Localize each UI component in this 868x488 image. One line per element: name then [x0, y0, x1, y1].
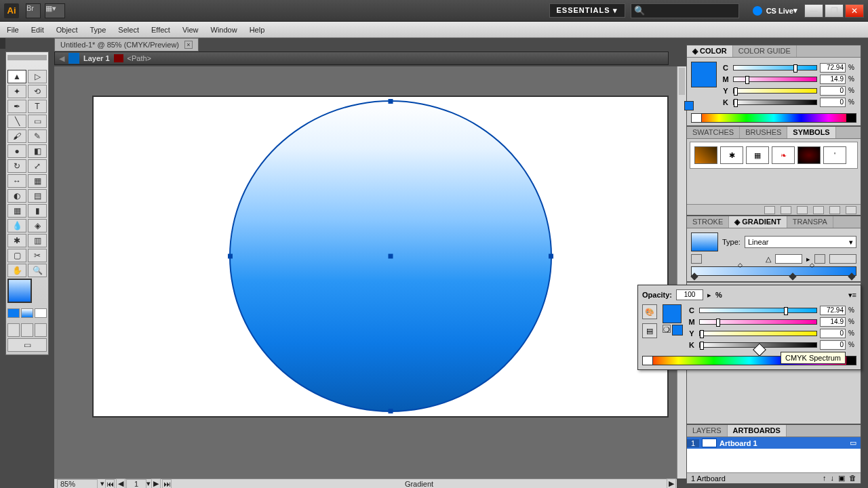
zoom-tool[interactable]: 🔍 [28, 264, 47, 277]
tab-stroke[interactable]: STROKE [687, 216, 729, 228]
menu-effect[interactable]: Effect [151, 26, 170, 34]
draw-behind[interactable] [21, 323, 33, 337]
gradient-preview[interactable] [691, 232, 718, 251]
symbol-delete-button[interactable] [846, 206, 856, 214]
artboard-tool[interactable]: ▢ [7, 249, 26, 262]
cs-live-button[interactable]: CS Live ▾ [753, 6, 797, 16]
gradient-stop-3[interactable] [848, 272, 856, 280]
layer-name[interactable]: Layer 1 [83, 54, 110, 62]
symbol-fox[interactable]: ❧ [772, 146, 795, 164]
color-mode-gradient[interactable] [21, 308, 33, 318]
tab-transparency[interactable]: TRANSPA [787, 216, 833, 228]
ellipse-path[interactable] [229, 100, 552, 412]
c-slider[interactable] [733, 65, 817, 70]
minimize-button[interactable]: — [804, 4, 823, 18]
eyedropper-tool[interactable]: 💧 [7, 219, 26, 232]
path-label[interactable]: <Path> [127, 54, 151, 62]
menu-window[interactable]: Window [211, 26, 237, 34]
artboard-row[interactable]: 1 Artboard 1 ▭ [687, 437, 861, 449]
blend-tool[interactable]: ◈ [28, 219, 47, 232]
color-model-button[interactable]: 🎨 [642, 304, 657, 319]
anchor-left[interactable] [228, 254, 233, 259]
popout-menu-icon[interactable]: ▾≡ [848, 291, 856, 300]
bridge-button[interactable]: Br [26, 3, 41, 18]
k-field[interactable]: 0 [820, 98, 846, 107]
gradient-stop-2[interactable] [789, 272, 797, 280]
paintbrush-tool[interactable]: 🖌 [7, 129, 26, 143]
popout-k-field[interactable]: 0 [820, 340, 846, 350]
menu-help[interactable]: Help [250, 26, 265, 34]
canvas-area[interactable] [54, 66, 677, 479]
m-field[interactable]: 14.9 [820, 75, 846, 84]
anchor-center[interactable] [389, 254, 393, 259]
artboard-delete-button[interactable]: 🗑 [849, 474, 856, 483]
artboard-orient-icon[interactable]: ▭ [850, 439, 861, 447]
rectangle-tool[interactable]: ▭ [28, 115, 47, 128]
next-page-button[interactable]: ▶ [151, 479, 161, 488]
k-slider[interactable] [733, 100, 817, 105]
tools-grip-icon[interactable] [7, 55, 47, 60]
stroke-swatch[interactable] [684, 101, 694, 110]
draw-inside[interactable] [35, 323, 47, 337]
prev-page-button[interactable]: ◀ [116, 479, 125, 488]
document-tab[interactable]: Untitled-1* @ 85% (CMYK/Preview) × [54, 38, 199, 52]
shape-builder-tool[interactable]: ◐ [7, 189, 26, 203]
y-slider[interactable] [733, 88, 817, 94]
mesh-tool[interactable]: ▦ [7, 204, 26, 218]
workspace-switcher[interactable]: ESSENTIALS ▾ [549, 3, 625, 18]
popout-mode-icon[interactable]: ❍ [663, 325, 671, 333]
opacity-stepper-icon[interactable]: ▸ [707, 291, 711, 300]
tab-symbols[interactable]: SYMBOLS [787, 127, 835, 138]
popout-c-slider[interactable] [699, 308, 817, 313]
fill-swatch[interactable] [691, 62, 717, 87]
symbol-break-button[interactable] [797, 206, 808, 214]
c-field[interactable]: 72.94 [820, 63, 846, 73]
m-slider[interactable] [733, 77, 817, 82]
gradient-stop-1[interactable] [690, 272, 698, 280]
popout-c-field[interactable]: 72.94 [820, 306, 846, 315]
color-mode-fill[interactable] [7, 308, 20, 318]
popout-m-slider[interactable] [699, 319, 817, 325]
menu-file[interactable]: File [7, 26, 19, 34]
vertical-scrollbar[interactable] [677, 66, 686, 479]
pen-tool[interactable]: ✒ [7, 100, 26, 113]
gradient-type-select[interactable]: Linear▾ [745, 236, 856, 248]
tab-gradient[interactable]: ◈ GRADIENT [729, 216, 787, 228]
nav-back-icon[interactable]: ◀ [59, 54, 64, 63]
anchor-right[interactable] [549, 254, 553, 259]
aspect-button[interactable] [814, 254, 825, 264]
lasso-tool[interactable]: ⟲ [28, 85, 47, 98]
tab-artboards[interactable]: ARTBOARDS [728, 425, 787, 436]
zoom-dropdown-icon[interactable]: ▾ [100, 479, 104, 488]
reverse-gradient-button[interactable] [691, 254, 702, 264]
popout-y-field[interactable]: 0 [820, 329, 846, 338]
fill-stroke-swatch[interactable] [7, 279, 47, 307]
perspective-tool[interactable]: ▤ [28, 189, 47, 203]
symbol-options-button[interactable] [813, 206, 824, 214]
symbol-lib-button[interactable] [764, 206, 775, 214]
document-tab-close-icon[interactable]: × [184, 41, 193, 49]
anchor-top[interactable] [389, 99, 393, 104]
popout-y-slider[interactable] [699, 331, 817, 336]
close-button[interactable]: ✕ [845, 4, 864, 18]
artboard-up-button[interactable]: ↑ [823, 474, 827, 483]
artboard-name[interactable]: Artboard 1 [719, 439, 850, 447]
symbol-frame[interactable]: ▦ [746, 146, 769, 164]
opacity-field[interactable]: 100 [676, 289, 703, 300]
page-field[interactable]: 1 [126, 479, 146, 489]
status-menu-button[interactable]: ▶ [667, 479, 676, 488]
tab-swatches[interactable]: SWATCHES [687, 127, 740, 138]
rotate-tool[interactable]: ↻ [7, 159, 26, 173]
popout-fill-swatch[interactable] [663, 304, 682, 323]
width-tool[interactable]: ↔ [7, 174, 26, 188]
pencil-tool[interactable]: ✎ [28, 129, 47, 143]
blob-brush-tool[interactable]: ● [7, 144, 26, 158]
tab-color-guide[interactable]: COLOR GUIDE [733, 45, 797, 57]
artboard-new-button[interactable]: ▣ [838, 474, 845, 483]
menu-select[interactable]: Select [118, 26, 139, 34]
popout-stroke-swatch[interactable] [672, 325, 683, 336]
gradient-angle-field[interactable] [775, 254, 802, 264]
aspect-field[interactable] [829, 254, 856, 264]
restore-button[interactable]: ❐ [825, 4, 844, 18]
artboard-down-button[interactable]: ↓ [831, 474, 835, 483]
